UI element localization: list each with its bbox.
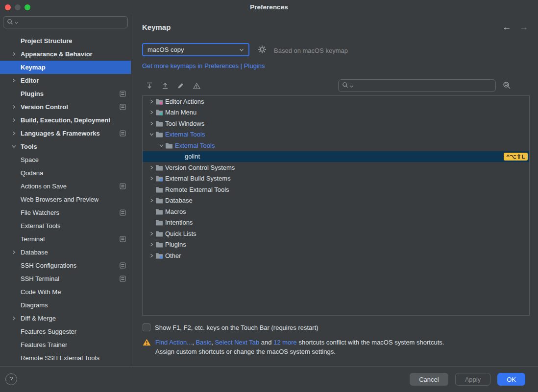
tree-row-intentions[interactable]: Intentions [143,217,529,229]
folder-icon [155,186,164,193]
find-by-shortcut-button[interactable] [503,81,511,90]
chevron-down-icon[interactable] [157,143,165,148]
keymap-settings-gear-icon[interactable] [258,45,267,54]
chevron-right-icon[interactable] [147,254,155,258]
sidebar-item-keymap[interactable]: Keymap [0,61,131,74]
sidebar-item-qodana[interactable]: Qodana [0,166,131,180]
tree-row-external-tools[interactable]: External Tools [143,129,529,140]
keymap-search-box[interactable] [338,79,496,92]
show-conflicts-button[interactable] [191,80,202,91]
settings-search-input[interactable] [20,18,124,26]
sidebar-item-ssh-configurations[interactable]: SSH Configurations [0,259,131,272]
chevron-right-icon[interactable] [147,99,155,104]
tree-row-remote-external-tools[interactable]: Remote External Tools [143,184,529,195]
cancel-button[interactable]: Cancel [410,373,448,386]
sidebar-item-features-suggester[interactable]: Features Suggester [0,325,131,338]
tree-row-external-build-systems[interactable]: External Build Systems [143,173,529,184]
sidebar-item-ssh-terminal[interactable]: SSH Terminal [0,272,131,285]
sidebar-item-terminal[interactable]: Terminal [0,232,131,246]
sidebar-item-external-tools[interactable]: External Tools [0,219,131,232]
forward-arrow-icon[interactable]: → [519,22,528,32]
tree-row-tool-windows[interactable]: Tool Windows [143,118,529,129]
folder-main-menu-icon [155,109,164,115]
chevron-right-icon[interactable] [147,198,155,203]
tree-row-external-tools[interactable]: External Tools [143,140,529,151]
warning-text: shortcuts conflict with the macOS system… [297,339,444,346]
sidebar-item-plugins[interactable]: Plugins [0,87,131,100]
tree-row-main-menu[interactable]: Main Menu [143,107,529,118]
chevron-right-icon[interactable] [147,242,155,247]
keymap-search-input[interactable] [355,82,492,90]
conflict-link-basic[interactable]: Basic [196,339,211,346]
sidebar-item-project-structure[interactable]: Project Structure [0,34,131,47]
search-icon [342,82,348,90]
ok-button[interactable]: OK [497,373,525,386]
tree-row-other[interactable]: Other [143,250,529,261]
get-more-keymaps-link[interactable]: Get more keymaps in Preferences | Plugin… [142,62,265,69]
folder-build-icon [155,175,164,182]
folder-icon [165,142,174,149]
sidebar-item-version-control[interactable]: Version Control [0,100,131,114]
chevron-down-icon[interactable] [12,144,21,149]
back-arrow-icon[interactable]: ← [502,22,511,32]
sidebar-item-code-with-me[interactable]: Code With Me [0,285,131,299]
sidebar-item-remote-ssh-external-tools[interactable]: Remote SSH External Tools [0,351,131,365]
chevron-right-icon[interactable] [12,131,21,136]
sidebar-item-editor[interactable]: Editor [0,74,131,87]
conflict-link-find-action[interactable]: Find Action... [155,339,192,346]
sidebar-item-label: Actions on Save [21,183,67,190]
settings-nav-arrows: ← → [502,22,528,32]
search-icon [7,19,13,26]
conflict-link-more[interactable]: 12 more [273,339,297,346]
chevron-down-icon[interactable] [147,132,155,137]
chevron-right-icon[interactable] [12,250,21,254]
chevron-right-icon[interactable] [12,52,21,56]
sidebar-item-label: Features Trainer [21,341,67,348]
folder-icon [155,120,164,127]
page-title: Keymap [142,23,171,31]
chevron-right-icon[interactable] [12,118,21,122]
chevron-right-icon[interactable] [147,165,155,170]
collapse-all-button[interactable] [159,80,171,91]
sidebar-item-file-watchers[interactable]: File Watchers [0,206,131,219]
apply-button[interactable]: Apply [455,373,491,386]
chevron-right-icon[interactable] [147,231,155,236]
sidebar-item-languages-frameworks[interactable]: Languages & Frameworks [0,127,131,140]
chevron-right-icon[interactable] [147,121,155,126]
chevron-right-icon[interactable] [12,105,21,109]
sidebar-item-space[interactable]: Space [0,153,131,166]
settings-search-box[interactable] [3,16,128,28]
sidebar-item-diff-merge[interactable]: Diff & Merge [0,312,131,325]
folder-icon [155,164,164,171]
sidebar-item-tools[interactable]: Tools [0,140,131,153]
keymap-select[interactable]: macOS copy [142,43,249,56]
chevron-right-icon[interactable] [12,78,21,83]
tree-row-editor-actions[interactable]: Editor Actions [143,96,529,107]
edit-shortcut-button[interactable] [175,80,187,91]
chevron-right-icon[interactable] [147,176,155,181]
tree-row-macros[interactable]: Macros [143,206,529,217]
tree-row-database[interactable]: Database [143,195,529,207]
touchbar-checkbox[interactable] [143,323,150,331]
tree-row-golint[interactable]: golint^⌥⇧L [143,151,529,162]
tree-row-label: Remote External Tools [165,186,229,193]
help-button[interactable]: ? [5,373,17,385]
sidebar-item-features-trainer[interactable]: Features Trainer [0,338,131,351]
sidebar-item-appearance-behavior[interactable]: Appearance & Behavior [0,47,131,61]
expand-all-button[interactable] [144,80,155,91]
sidebar-item-database[interactable]: Database [0,246,131,259]
tree-row-plugins[interactable]: Plugins [143,239,529,251]
conflict-link-select-next-tab[interactable]: Select Next Tab [215,339,259,346]
warning-text: and [259,339,273,346]
tree-row-label: Tool Windows [165,120,204,127]
tree-row-quick-lists[interactable]: Quick Lists [143,228,529,239]
sidebar-item-build-execution-deployment[interactable]: Build, Execution, Deployment [0,114,131,127]
sidebar-item-web-browsers-and-preview[interactable]: Web Browsers and Preview [0,193,131,206]
chevron-right-icon[interactable] [147,110,155,115]
sidebar-item-diagrams[interactable]: Diagrams [0,299,131,312]
conflict-warning-line1: Find Action..., Basic, Select Next Tab a… [155,338,444,347]
sidebar-item-actions-on-save[interactable]: Actions on Save [0,180,131,193]
tree-row-version-control-systems[interactable]: Version Control Systems [143,162,529,173]
plugin-settings-icon [120,130,126,137]
chevron-right-icon[interactable] [12,316,21,321]
